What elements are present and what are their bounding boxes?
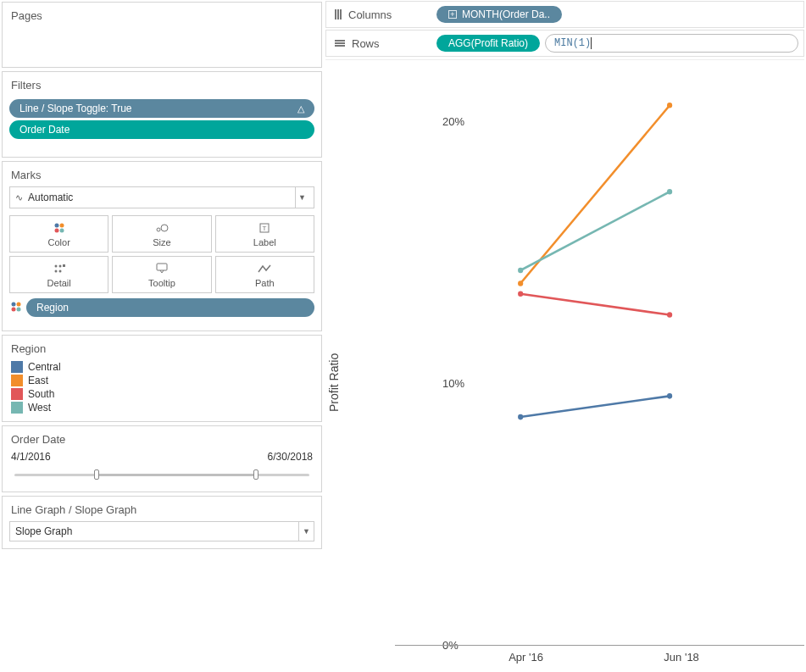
slider-fill — [94, 474, 253, 476]
marks-title: Marks — [3, 162, 321, 186]
marks-type-label: Automatic — [28, 192, 295, 203]
delta-icon: △ — [297, 103, 304, 114]
filters-title: Filters — [3, 72, 321, 97]
marks-region-label: Region — [36, 302, 69, 314]
marks-path-label: Path — [255, 278, 275, 288]
marks-tooltip-button[interactable]: Tooltip — [112, 256, 211, 293]
svg-point-9 — [58, 264, 61, 267]
series-line[interactable] — [520, 396, 670, 417]
svg-point-16 — [12, 307, 16, 311]
x-axis[interactable]: Apr '16Jun '18 — [395, 645, 804, 670]
rows-pill-label: AGG(Profit Ratio) — [448, 37, 528, 49]
slider-thumb-start[interactable] — [94, 469, 99, 480]
series-point[interactable] — [518, 280, 523, 286]
plus-icon: + — [448, 10, 457, 19]
y-tick: 10% — [442, 376, 454, 389]
filter-pill-orderdate[interactable]: Order Date — [9, 120, 314, 139]
marks-type-select[interactable]: ∿ Automatic ▼ — [9, 186, 314, 208]
y-axis-title[interactable]: Profit Ratio — [325, 60, 347, 670]
series-line[interactable] — [520, 192, 670, 270]
marks-tooltip-label: Tooltip — [148, 278, 175, 288]
pages-title: Pages — [3, 3, 321, 27]
legend-swatch — [11, 388, 23, 400]
marks-label-button[interactable]: T Label — [215, 215, 314, 253]
marks-region-pill[interactable]: Region — [26, 298, 314, 317]
svg-point-15 — [17, 302, 21, 306]
legend-label: West — [28, 402, 51, 414]
columns-pill-month[interactable]: + MONTH(Order Da.. — [436, 6, 562, 23]
svg-point-17 — [17, 307, 21, 311]
color-dots-icon — [9, 300, 23, 316]
marks-detail-button[interactable]: Detail — [9, 256, 108, 293]
svg-point-10 — [54, 269, 57, 272]
marks-size-label: Size — [153, 237, 170, 247]
columns-icon — [335, 9, 342, 19]
filter-pill-orderdate-label: Order Date — [19, 124, 69, 136]
slider-thumb-end[interactable] — [253, 469, 258, 480]
svg-point-11 — [58, 269, 61, 272]
legend-card: Region CentralEastSouthWest — [2, 335, 322, 422]
legend-item[interactable]: West — [11, 401, 313, 414]
pages-card: Pages — [2, 2, 322, 68]
svg-point-3 — [59, 228, 64, 232]
marks-label-label: Label — [253, 237, 276, 247]
marks-detail-label: Detail — [47, 278, 71, 288]
rows-label: Rows — [352, 37, 380, 50]
columns-pill-label: MONTH(Order Da.. — [462, 8, 550, 20]
series-point[interactable] — [518, 268, 523, 274]
svg-point-5 — [161, 225, 168, 231]
tooltip-icon — [156, 262, 168, 275]
chevron-down-icon: ▼ — [295, 187, 309, 208]
svg-point-14 — [12, 302, 16, 306]
filter-pill-toggle[interactable]: Line / Slope Toggle: True △ — [9, 99, 314, 118]
series-point[interactable] — [518, 292, 523, 297]
series-point[interactable] — [667, 393, 672, 399]
columns-label: Columns — [348, 8, 392, 21]
legend-title: Region — [3, 336, 321, 360]
svg-point-1 — [59, 223, 64, 227]
marks-path-button[interactable]: Path — [215, 256, 314, 293]
rows-icon — [335, 40, 345, 47]
param-select[interactable]: Slope Graph ▼ — [9, 521, 314, 541]
series-point[interactable] — [667, 312, 672, 318]
series-line[interactable] — [520, 105, 670, 283]
orderdate-title: Order Date — [3, 426, 321, 451]
color-icon — [53, 221, 65, 235]
legend-swatch — [11, 402, 23, 414]
marks-color-label: Color — [48, 237, 70, 247]
legend-swatch — [11, 375, 23, 386]
filter-pill-toggle-label: Line / Slope Toggle: True — [19, 103, 132, 114]
detail-icon — [53, 262, 65, 275]
path-icon — [258, 262, 271, 275]
x-tick: Apr '16 — [509, 651, 543, 664]
legend-item[interactable]: East — [11, 374, 313, 387]
y-tick: 20% — [442, 114, 454, 127]
orderdate-start: 4/1/2016 — [11, 451, 51, 463]
svg-text:T: T — [263, 225, 267, 232]
rows-pill-profitratio[interactable]: AGG(Profit Ratio) — [436, 35, 540, 52]
svg-point-0 — [54, 223, 58, 227]
plot[interactable]: 0%10%20% — [347, 60, 804, 645]
svg-rect-12 — [63, 264, 65, 267]
rows-calc-input[interactable]: MIN(1) — [545, 34, 798, 53]
marks-color-button[interactable]: Color — [9, 215, 108, 253]
orderdate-slider[interactable] — [14, 466, 309, 483]
series-point[interactable] — [667, 189, 672, 195]
series-point[interactable] — [518, 414, 523, 420]
rows-shelf[interactable]: Rows AGG(Profit Ratio) MIN(1) — [325, 30, 804, 57]
label-icon: T — [258, 221, 270, 235]
legend-item[interactable]: South — [11, 387, 313, 401]
rows-calc-text: MIN(1) — [554, 37, 591, 49]
marks-size-button[interactable]: Size — [112, 215, 211, 253]
series-point[interactable] — [667, 103, 672, 108]
param-value: Slope Graph — [10, 525, 298, 537]
legend-swatch — [11, 361, 23, 373]
columns-shelf[interactable]: Columns + MONTH(Order Da.. — [325, 1, 804, 28]
orderdate-end: 6/30/2018 — [268, 451, 313, 463]
svg-point-8 — [54, 264, 57, 267]
param-title: Line Graph / Slope Graph — [3, 497, 321, 521]
svg-rect-13 — [157, 264, 167, 270]
legend-item[interactable]: Central — [11, 360, 313, 374]
series-line[interactable] — [520, 294, 670, 315]
chevron-down-icon: ▼ — [298, 522, 314, 541]
